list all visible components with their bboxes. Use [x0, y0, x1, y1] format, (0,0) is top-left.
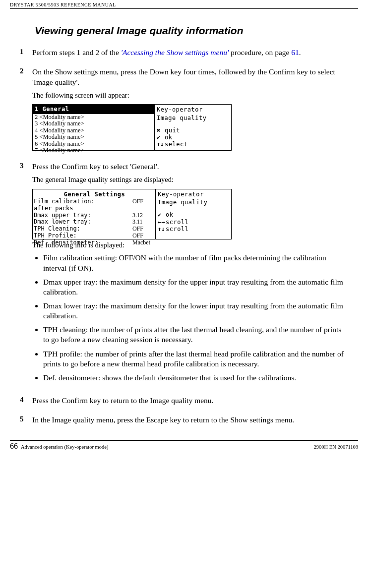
- step-1: 1 Perform steps 1 and 2 of the 'Accessin…: [20, 48, 348, 58]
- page-footer: 66 Advanced operation (Key-operator mode…: [10, 440, 358, 451]
- screen-2-header-1: Key-operator: [158, 190, 229, 198]
- screen-1-row-3: 3 <Modality name>: [33, 120, 154, 127]
- screen-1-icon-quit: ✖ quit: [157, 127, 229, 134]
- screen-2-icon-scroll-h: ←→ scroll: [158, 219, 229, 226]
- screen-1-left: 1 General 2 <Modality name> 3 <Modality …: [33, 105, 155, 150]
- screen-2: General Settings Film calibration:OFF af…: [32, 189, 232, 239]
- step-1-number: 1: [20, 48, 32, 58]
- screen-1-row-4: 4 <Modality name>: [33, 127, 154, 134]
- step-1-text-mid: procedure, on page: [229, 48, 291, 57]
- screen-1-selected: 1 General: [33, 105, 154, 114]
- step-3: 3 Press the Confirm key to select 'Gener…: [20, 162, 348, 387]
- step-2-body: On the Show settings menu, press the Dow…: [32, 67, 348, 153]
- step-2: 2 On the Show settings menu, press the D…: [20, 67, 348, 153]
- step-4-number: 4: [20, 396, 32, 406]
- screen-1-row-6: 6 <Modality name>: [33, 141, 154, 148]
- screen-1-header-2: Image quality: [157, 114, 229, 122]
- step-1-body: Perform steps 1 and 2 of the 'Accessing …: [32, 48, 348, 58]
- screen-1-icon-ok: ✔ ok: [157, 134, 229, 141]
- bullet-5: Def. densitometer: shows the default den…: [43, 373, 348, 383]
- gs-row-3-val: 3.11: [132, 219, 155, 226]
- section-title: Viewing general Image quality informatio…: [35, 25, 348, 37]
- updown-icon: ↑↓: [157, 141, 163, 148]
- leftright-icon: ←→: [158, 219, 164, 226]
- step-1-page-link[interactable]: 61: [291, 48, 299, 57]
- step-1-text-pre: Perform steps 1 and 2 of the: [32, 48, 121, 57]
- footer-left-text: Advanced operation (Key-operator mode): [21, 444, 108, 450]
- screen-2-scroll-h-label: scroll: [166, 219, 188, 226]
- gs-row-5-label: TPH Profile:: [34, 233, 132, 239]
- step-3-note: The general Image quality settings are d…: [32, 175, 348, 185]
- gs-row-2-label: Dmax upper tray:: [34, 212, 132, 219]
- screen-1-right: Key-operator Image quality ✖ quit ✔ ok ↑: [155, 105, 231, 150]
- gs-row-4-val: OFF: [132, 226, 155, 233]
- step-3-body: Press the Confirm key to select 'General…: [32, 162, 348, 387]
- gs-row-2-val: 3.12: [132, 212, 155, 219]
- screen-2-title: General Settings: [34, 190, 155, 198]
- page-content: Viewing general Image quality informatio…: [0, 9, 368, 425]
- step-5: 5 In the Image quality menu, press the E…: [20, 415, 348, 425]
- screen-2-right: Key-operator Image quality ✔ ok ←→ scrol…: [156, 189, 231, 239]
- screen-1-row-5: 5 <Modality name>: [33, 134, 154, 141]
- step-2-number: 2: [20, 67, 32, 153]
- footer-left: 66 Advanced operation (Key-operator mode…: [10, 442, 108, 451]
- screen-2-left: General Settings Film calibration:OFF af…: [33, 189, 156, 239]
- step-5-text: In the Image quality menu, press the Esc…: [32, 415, 348, 425]
- gs-row-0-val: OFF: [132, 198, 155, 205]
- check-icon: ✔: [157, 134, 163, 141]
- footer-right-text: 2900H EN 20071108: [314, 444, 358, 450]
- screen-1-header-1: Key-operator: [157, 106, 229, 114]
- screen-1-icon-select: ↑↓ select: [157, 141, 229, 148]
- step-1-text-end: .: [299, 48, 301, 57]
- screen-1: 1 General 2 <Modality name> 3 <Modality …: [32, 104, 232, 151]
- screen-2-header-2: Image quality: [158, 198, 229, 206]
- running-header-text: DRYSTAR 5500/5503 REFERENCE MANUAL: [10, 2, 116, 7]
- screen-2-icon-ok: ✔ ok: [158, 211, 229, 218]
- gs-row-1-label: after packs: [34, 205, 132, 212]
- gs-row-1-val: [132, 205, 155, 212]
- bullet-3: TPH cleaning: the number of prints after…: [43, 325, 348, 345]
- step-2-note: The following screen will appear:: [32, 91, 348, 101]
- step-4-text: Press the Confirm key to return to the I…: [32, 396, 348, 406]
- step-3-number: 3: [20, 162, 32, 387]
- bullet-1: Dmax upper tray: the maximum density for…: [43, 277, 348, 297]
- step-2-text: On the Show settings menu, press the Dow…: [32, 67, 348, 88]
- screen-1-row-7: 7 <Modality name>: [33, 147, 154, 154]
- bullet-2: Dmax lower tray: the maximum density for…: [43, 301, 348, 321]
- screen-2-scroll-v-label: scroll: [166, 226, 188, 233]
- screen-2-ok-label: ok: [166, 211, 173, 218]
- screen-1-quit-label: quit: [165, 127, 180, 134]
- page-number: 66: [10, 442, 18, 451]
- bullet-4: TPH profile: the number of prints after …: [43, 349, 348, 369]
- step-4: 4 Press the Confirm key to return to the…: [20, 396, 348, 406]
- bullet-0: Film calibration setting: OFF/ON with th…: [43, 253, 348, 273]
- check-icon: ✔: [158, 211, 164, 218]
- gs-row-6-val: Macbet: [132, 239, 155, 246]
- gs-row-5-val: OFF: [132, 233, 155, 239]
- x-icon: ✖: [157, 127, 163, 134]
- step-3-text: Press the Confirm key to select 'General…: [32, 162, 348, 172]
- gs-row-3-label: Dmax lower tray:: [34, 219, 132, 226]
- step-1-link[interactable]: 'Accessing the Show settings menu': [121, 48, 229, 57]
- bullet-list: Film calibration setting: OFF/ON with th…: [43, 253, 348, 383]
- gs-row-0-label: Film calibration:: [34, 198, 132, 205]
- gs-row-6-label: Def. densitometer:: [34, 239, 132, 246]
- screen-1-row-2: 2 <Modality name>: [33, 114, 154, 121]
- screen-1-select-label: select: [165, 141, 187, 148]
- updown-icon: ↑↓: [158, 226, 164, 233]
- running-header: DRYSTAR 5500/5503 REFERENCE MANUAL: [0, 0, 368, 9]
- step-5-number: 5: [20, 415, 32, 425]
- gs-row-4-label: TPH Cleaning:: [34, 226, 132, 233]
- screen-2-icon-scroll-v: ↑↓ scroll: [158, 226, 229, 233]
- screen-1-ok-label: ok: [165, 134, 172, 141]
